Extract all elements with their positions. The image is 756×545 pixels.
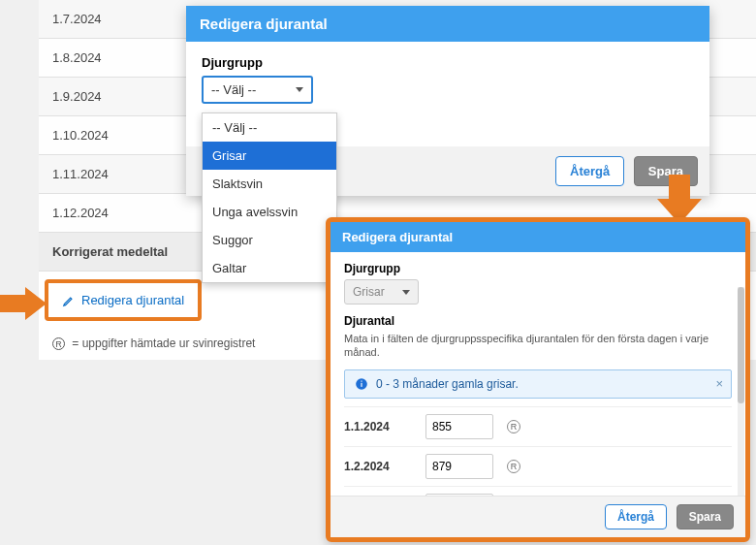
count-rows: 1.1.2024R1.2.2024R1.3.2024R1.4.2024R1.5.…: [344, 406, 732, 496]
row-date: 1.1.2024: [344, 420, 412, 433]
orange-arrow-horizontal-head: [25, 287, 47, 320]
count-row: 1.2.2024R: [344, 446, 732, 486]
dropdown-option[interactable]: -- Välj --: [203, 113, 336, 142]
dropdown-option[interactable]: Suggor: [203, 226, 336, 254]
dialog2-title: Redigera djurantal: [331, 222, 745, 252]
dropdown-option[interactable]: Slaktsvin: [203, 170, 336, 198]
row-date: 1.2.2024: [344, 460, 412, 473]
edit-animal-count-link[interactable]: Redigera djurantal: [45, 279, 202, 321]
dialog2-footer: Återgå Spara: [331, 496, 745, 537]
chevron-down-icon: [402, 290, 410, 295]
dialog2-save-button[interactable]: Spara: [677, 504, 734, 529]
scrollbar-thumb[interactable]: [738, 287, 744, 403]
edit-dialog-group-select: Redigera djurantal Djurgrupp -- Välj -- …: [186, 6, 709, 196]
legend-text: = uppgifter hämtade ur svinregistret: [72, 337, 255, 350]
count-input[interactable]: [425, 494, 493, 496]
orange-arrow-down: [669, 175, 690, 202]
scrollbar[interactable]: [738, 287, 744, 496]
dialog2-group-label: Djurgrupp: [344, 262, 732, 275]
count-label: Djurantal: [344, 314, 732, 328]
info-text: 0 - 3 månader gamla grisar.: [376, 377, 519, 391]
group-disabled-value: Grisar: [353, 285, 385, 299]
back-button[interactable]: Återgå: [555, 156, 624, 186]
summary-label: Korrigerat medeltal: [52, 244, 168, 259]
svg-rect-1: [361, 382, 362, 386]
group-dropdown[interactable]: -- Välj --GrisarSlaktsvinUnga avelssvinS…: [202, 112, 337, 283]
edit-link-text: Redigera djurantal: [81, 293, 184, 307]
registered-icon: R: [507, 460, 520, 473]
edit-dialog-counts: Redigera djurantal Djurgrupp Grisar Djur…: [326, 217, 750, 542]
registered-icon: R: [507, 420, 520, 433]
registered-icon: R: [52, 337, 65, 350]
group-select[interactable]: -- Välj --: [202, 76, 313, 104]
close-icon[interactable]: ×: [715, 376, 723, 391]
count-row: 1.1.2024R: [344, 406, 732, 446]
count-input[interactable]: [425, 414, 493, 439]
svg-rect-2: [361, 380, 362, 381]
dropdown-option[interactable]: Unga avelssvin: [203, 198, 336, 226]
group-select-disabled: Grisar: [344, 279, 419, 305]
dialog1-title: Redigera djurantal: [186, 6, 709, 42]
chevron-down-icon: [296, 87, 303, 92]
dropdown-option[interactable]: Galtar: [203, 254, 336, 282]
group-label: Djurgrupp: [202, 55, 694, 70]
group-select-value: -- Välj --: [211, 82, 256, 97]
dropdown-option[interactable]: Grisar: [203, 142, 336, 170]
count-help-text: Mata in i fälten de djurgruppsspecifika …: [344, 332, 712, 360]
dialog2-back-button[interactable]: Återgå: [605, 504, 667, 529]
count-row: 1.3.2024R: [344, 486, 732, 496]
pencil-icon: [62, 294, 76, 307]
count-input[interactable]: [425, 454, 493, 479]
info-box: 0 - 3 månader gamla grisar. ×: [344, 369, 732, 399]
orange-arrow-horizontal: [0, 295, 25, 312]
info-icon: [355, 377, 368, 391]
